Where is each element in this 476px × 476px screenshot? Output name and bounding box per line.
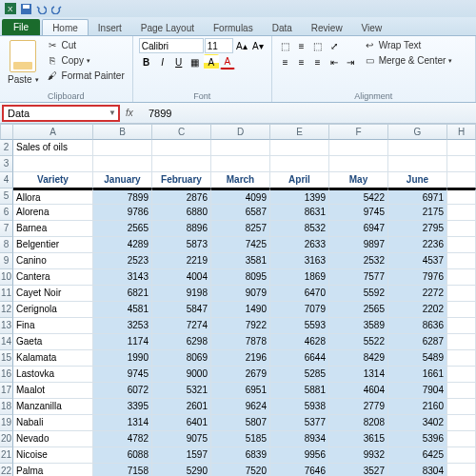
row-header[interactable]: 6 bbox=[0, 205, 13, 221]
col-header[interactable]: B bbox=[93, 124, 152, 140]
format-painter-button[interactable]: 🖌Format Painter bbox=[45, 69, 127, 83]
data-cell[interactable]: 3615 bbox=[329, 431, 388, 447]
bold-button[interactable]: B bbox=[139, 54, 154, 69]
border-button[interactable]: ▦ bbox=[188, 54, 203, 69]
data-cell[interactable]: 5489 bbox=[388, 350, 447, 367]
data-cell[interactable]: 9000 bbox=[152, 367, 211, 383]
variety-cell[interactable]: Gaeta bbox=[13, 334, 93, 350]
data-cell[interactable]: 2565 bbox=[329, 302, 388, 318]
data-cell[interactable]: 5873 bbox=[152, 237, 211, 253]
data-cell[interactable]: 5807 bbox=[211, 415, 270, 431]
data-cell[interactable]: 4782 bbox=[93, 431, 152, 447]
tab-insert[interactable]: Insert bbox=[89, 20, 131, 35]
data-cell[interactable]: 8636 bbox=[388, 318, 447, 334]
data-cell[interactable]: 6470 bbox=[270, 286, 329, 302]
data-cell[interactable]: 6425 bbox=[388, 447, 447, 464]
row-header[interactable]: 19 bbox=[0, 415, 13, 431]
data-cell[interactable]: 2196 bbox=[211, 350, 270, 367]
variety-cell[interactable]: Canino bbox=[13, 253, 93, 269]
tab-file[interactable]: File bbox=[2, 19, 40, 35]
variety-cell[interactable]: Allora bbox=[13, 188, 93, 205]
row-header[interactable]: 16 bbox=[0, 367, 13, 383]
variety-cell[interactable]: Fina bbox=[13, 318, 93, 334]
variety-cell[interactable]: Lastovka bbox=[13, 367, 93, 383]
data-cell[interactable]: 2876 bbox=[152, 188, 211, 205]
tab-formulas[interactable]: Formulas bbox=[204, 20, 263, 35]
copy-button[interactable]: ⎘Copy▾ bbox=[45, 53, 127, 68]
data-cell[interactable]: 4537 bbox=[388, 253, 447, 269]
indent-inc-icon[interactable]: ⇥ bbox=[343, 54, 358, 69]
data-cell[interactable]: 5938 bbox=[270, 399, 329, 415]
data-cell[interactable]: 8069 bbox=[152, 350, 211, 367]
variety-cell[interactable]: Alorena bbox=[13, 205, 93, 221]
underline-button[interactable]: U bbox=[171, 54, 187, 69]
data-cell[interactable]: 3527 bbox=[329, 464, 388, 476]
data-cell[interactable]: 1314 bbox=[329, 367, 388, 383]
data-cell[interactable]: 6088 bbox=[93, 447, 152, 464]
row-header[interactable]: 11 bbox=[0, 286, 13, 302]
data-cell[interactable]: 3395 bbox=[93, 399, 152, 415]
row-header[interactable]: 18 bbox=[0, 399, 13, 415]
row-header[interactable]: 15 bbox=[0, 350, 13, 367]
data-cell[interactable]: 9198 bbox=[152, 286, 211, 302]
variety-cell[interactable]: Cayet Noir bbox=[13, 286, 93, 302]
cut-button[interactable]: ✂Cut bbox=[45, 38, 127, 52]
data-cell[interactable]: 8896 bbox=[152, 221, 211, 237]
data-cell[interactable]: 9932 bbox=[329, 447, 388, 464]
indent-dec-icon[interactable]: ⇤ bbox=[327, 54, 342, 69]
row-header[interactable]: 2 bbox=[0, 140, 13, 156]
data-cell[interactable]: 8429 bbox=[329, 350, 388, 367]
col-header[interactable]: H bbox=[447, 124, 476, 140]
align-bottom-icon[interactable]: ⬚ bbox=[310, 38, 326, 53]
data-cell[interactable]: 2236 bbox=[388, 237, 447, 253]
orientation-icon[interactable]: ⤢ bbox=[327, 38, 342, 53]
variety-cell[interactable]: Barnea bbox=[13, 221, 93, 237]
merge-center-button[interactable]: ▭Merge & Center▾ bbox=[362, 53, 455, 68]
align-top-icon[interactable]: ⬚ bbox=[278, 38, 293, 53]
font-color-button[interactable]: A bbox=[220, 54, 235, 69]
data-cell[interactable]: 3589 bbox=[329, 318, 388, 334]
tab-data[interactable]: Data bbox=[263, 20, 302, 35]
data-cell[interactable]: 2795 bbox=[388, 221, 447, 237]
variety-cell[interactable]: Cantera bbox=[13, 269, 93, 286]
row-header[interactable]: 3 bbox=[0, 156, 13, 172]
variety-cell[interactable]: Maalot bbox=[13, 383, 93, 399]
data-cell[interactable]: 9786 bbox=[93, 205, 152, 221]
paste-icon[interactable] bbox=[10, 40, 36, 72]
data-cell[interactable]: 9745 bbox=[329, 205, 388, 221]
data-cell[interactable]: 2532 bbox=[329, 253, 388, 269]
row-header[interactable]: 12 bbox=[0, 302, 13, 318]
data-cell[interactable]: 2779 bbox=[329, 399, 388, 415]
undo-icon[interactable] bbox=[34, 2, 48, 15]
variety-cell[interactable]: Belgentier bbox=[13, 237, 93, 253]
data-cell[interactable]: 5522 bbox=[329, 334, 388, 350]
data-cell[interactable]: 4581 bbox=[93, 302, 152, 318]
data-cell[interactable]: 1597 bbox=[152, 447, 211, 464]
data-cell[interactable]: 9745 bbox=[93, 367, 152, 383]
paste-button[interactable]: Paste▾ bbox=[6, 73, 41, 86]
fill-color-button[interactable]: A bbox=[204, 54, 219, 69]
data-cell[interactable]: 5593 bbox=[270, 318, 329, 334]
data-cell[interactable]: 6951 bbox=[211, 383, 270, 399]
data-cell[interactable]: 7577 bbox=[329, 269, 388, 286]
data-cell[interactable]: 8257 bbox=[211, 221, 270, 237]
tab-review[interactable]: Review bbox=[302, 20, 352, 35]
font-name-combo[interactable] bbox=[139, 38, 204, 53]
data-cell[interactable]: 3581 bbox=[211, 253, 270, 269]
data-cell[interactable]: 6839 bbox=[211, 447, 270, 464]
row-header[interactable]: 22 bbox=[0, 464, 13, 476]
data-cell[interactable]: 3163 bbox=[270, 253, 329, 269]
title-cell[interactable]: Sales of oils bbox=[13, 140, 93, 156]
data-cell[interactable]: 4628 bbox=[270, 334, 329, 350]
col-header[interactable]: D bbox=[211, 124, 270, 140]
data-cell[interactable]: 1869 bbox=[270, 269, 329, 286]
data-cell[interactable]: 2272 bbox=[388, 286, 447, 302]
data-cell[interactable]: 2633 bbox=[270, 237, 329, 253]
data-cell[interactable]: 7520 bbox=[211, 464, 270, 476]
data-cell[interactable]: 5185 bbox=[211, 431, 270, 447]
data-cell[interactable]: 7976 bbox=[388, 269, 447, 286]
col-header[interactable]: F bbox=[329, 124, 388, 140]
redo-icon[interactable] bbox=[50, 2, 63, 15]
data-cell[interactable]: 6971 bbox=[388, 188, 447, 205]
data-cell[interactable]: 3402 bbox=[388, 415, 447, 431]
